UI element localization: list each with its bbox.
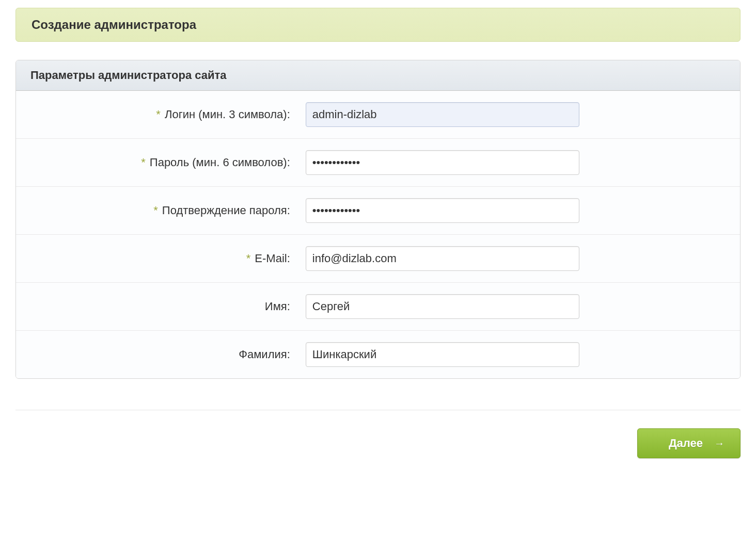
label-firstname: Имя:	[16, 300, 306, 313]
required-mark: *	[156, 108, 161, 121]
label-email: * E-Mail:	[16, 252, 306, 265]
row-lastname: Фамилия:	[16, 331, 740, 378]
password-input[interactable]	[306, 150, 579, 175]
row-password-confirm: * Подтверждение пароля:	[16, 187, 740, 235]
row-email: * E-Mail:	[16, 235, 740, 283]
arrow-right-icon: →	[714, 438, 724, 448]
label-password: * Пароль (мин. 6 символов):	[16, 156, 306, 169]
row-password: * Пароль (мин. 6 символов):	[16, 139, 740, 187]
required-mark: *	[141, 156, 146, 169]
next-button[interactable]: Далее →	[637, 428, 741, 458]
row-login: * Логин (мин. 3 символа):	[16, 91, 740, 139]
label-login: * Логин (мин. 3 символа):	[16, 108, 306, 121]
label-lastname: Фамилия:	[16, 348, 306, 361]
firstname-input[interactable]	[306, 294, 579, 319]
row-firstname: Имя:	[16, 283, 740, 331]
required-mark: *	[246, 252, 251, 265]
panel-title: Параметры администратора сайта	[30, 69, 726, 82]
page-title: Создание администратора	[32, 18, 724, 32]
next-button-label: Далее	[669, 437, 703, 450]
panel-header: Параметры администратора сайта	[16, 60, 740, 91]
label-password-confirm: * Подтверждение пароля:	[16, 204, 306, 217]
form-table: * Логин (мин. 3 символа): * Пароль (мин.…	[16, 91, 740, 378]
admin-params-panel: Параметры администратора сайта * Логин (…	[15, 60, 741, 379]
email-input[interactable]	[306, 246, 579, 271]
page-header: Создание администратора	[15, 8, 741, 42]
lastname-input[interactable]	[306, 342, 579, 367]
divider	[15, 410, 741, 410]
password-confirm-input[interactable]	[306, 198, 579, 223]
login-input[interactable]	[306, 102, 579, 127]
required-mark: *	[153, 204, 158, 217]
button-row: Далее →	[15, 428, 741, 458]
